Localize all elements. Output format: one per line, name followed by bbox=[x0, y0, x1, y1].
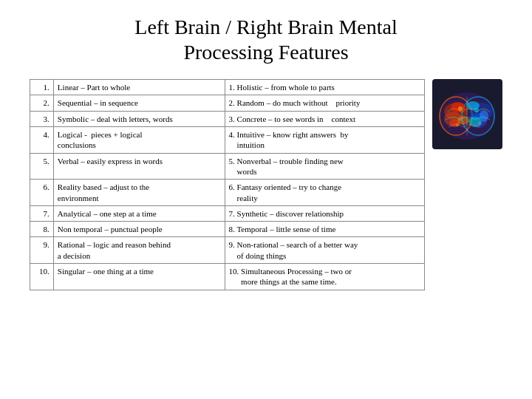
table-row: 6.Reality based – adjust to the environm… bbox=[30, 180, 425, 206]
left-brain-feature: Logical - pieces + logical conclusions bbox=[53, 127, 225, 154]
row-number: 4. bbox=[30, 127, 54, 154]
table-row: 3.Symbolic – deal with letters, words3. … bbox=[30, 111, 425, 126]
left-brain-feature: Verbal – easily express in words bbox=[53, 153, 225, 180]
left-brain-feature: Sequential – in sequence bbox=[53, 95, 225, 111]
row-number: 8. bbox=[30, 222, 54, 237]
table-row: 8.Non temporal – punctual people8. Tempo… bbox=[30, 222, 425, 237]
left-brain-feature: Symbolic – deal with letters, words bbox=[53, 111, 225, 126]
content-area: 1.Linear – Part to whole1. Holistic – fr… bbox=[30, 79, 502, 384]
right-brain-feature: 6. Fantasy oriented – try to change real… bbox=[225, 180, 424, 206]
table-row: 2.Sequential – in sequence2. Random – do… bbox=[30, 95, 425, 111]
left-brain-feature: Singular – one thing at a time bbox=[53, 264, 225, 290]
left-brain-feature: Non temporal – punctual people bbox=[53, 222, 225, 237]
right-brain-feature: 4. Intuitive – know right answers by int… bbox=[225, 127, 424, 154]
left-brain-feature: Rational – logic and reason behind a dec… bbox=[53, 237, 225, 264]
table-row: 5.Verbal – easily express in words5. Non… bbox=[30, 153, 425, 180]
right-brain-feature: 1. Holistic – from whole to parts bbox=[225, 80, 424, 95]
row-number: 6. bbox=[30, 180, 54, 206]
left-brain-feature: Reality based – adjust to the environmen… bbox=[53, 180, 225, 206]
right-brain-feature: 3. Concrete – to see words in context bbox=[225, 111, 424, 126]
row-number: 3. bbox=[30, 111, 54, 126]
right-brain-feature: 8. Temporal – little sense of time bbox=[225, 222, 424, 237]
row-number: 7. bbox=[30, 205, 54, 221]
right-brain-feature: 10. Simultaneous Processing – two or mor… bbox=[225, 264, 424, 290]
svg-point-18 bbox=[478, 122, 482, 126]
left-brain-feature: Linear – Part to whole bbox=[53, 80, 225, 95]
table-row: 7.Analytical – one step at a time7. Synt… bbox=[30, 205, 425, 221]
page: Left Brain / Right Brain Mental Processi… bbox=[0, 0, 532, 399]
svg-point-16 bbox=[474, 108, 479, 112]
svg-point-17 bbox=[456, 123, 460, 127]
row-number: 5. bbox=[30, 153, 54, 180]
page-title: Left Brain / Right Brain Mental Processi… bbox=[30, 15, 502, 64]
table-row: 4.Logical - pieces + logical conclusions… bbox=[30, 127, 425, 154]
table-row: 1.Linear – Part to whole1. Holistic – fr… bbox=[30, 80, 425, 95]
right-brain-feature: 2. Random – do much without priority bbox=[225, 95, 424, 111]
svg-point-13 bbox=[480, 110, 488, 122]
table-row: 10.Singular – one thing at a time10. Sim… bbox=[30, 264, 425, 290]
row-number: 10. bbox=[30, 264, 54, 290]
right-brain-feature: 9. Non-rational – search of a better way… bbox=[225, 237, 424, 264]
row-number: 9. bbox=[30, 237, 54, 264]
table-row: 9.Rational – logic and reason behind a d… bbox=[30, 237, 425, 264]
svg-point-15 bbox=[458, 106, 463, 111]
features-table: 1.Linear – Part to whole1. Holistic – fr… bbox=[30, 79, 425, 290]
right-brain-feature: 7. Synthetic – discover relationship bbox=[225, 205, 424, 221]
left-brain-feature: Analytical – one step at a time bbox=[53, 205, 225, 221]
right-brain-feature: 5. Nonverbal – trouble finding new words bbox=[225, 153, 424, 180]
table-wrapper: 1.Linear – Part to whole1. Holistic – fr… bbox=[30, 79, 425, 384]
row-number: 1. bbox=[30, 80, 54, 95]
brain-image bbox=[432, 79, 502, 149]
row-number: 2. bbox=[30, 95, 54, 111]
